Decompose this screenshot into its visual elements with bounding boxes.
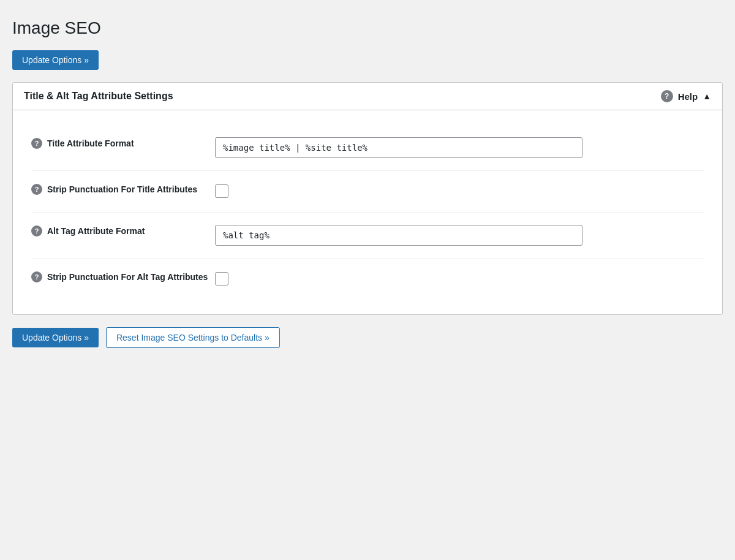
strip-punctuation-title-control xyxy=(215,183,704,200)
panel-help-label[interactable]: Help xyxy=(678,91,698,102)
update-options-bottom-button[interactable]: Update Options » xyxy=(12,328,99,347)
update-options-top-button[interactable]: Update Options » xyxy=(12,50,99,70)
alt-tag-attribute-format-help-icon[interactable]: ? xyxy=(31,225,42,236)
panel-help-icon[interactable]: ? xyxy=(661,90,673,102)
alt-tag-attribute-format-control xyxy=(215,225,704,246)
panel-body: ? Title Attribute Format ? Strip Punctua… xyxy=(13,110,722,314)
title-attribute-format-label: Title Attribute Format xyxy=(47,137,134,150)
strip-punctuation-title-row: ? Strip Punctuation For Title Attributes xyxy=(31,171,704,213)
panel-collapse-icon[interactable]: ▲ xyxy=(703,91,711,101)
strip-punctuation-title-label-area: ? Strip Punctuation For Title Attributes xyxy=(31,183,215,196)
strip-punctuation-alt-checkbox[interactable] xyxy=(215,272,228,286)
reset-defaults-button[interactable]: Reset Image SEO Settings to Defaults » xyxy=(106,327,280,348)
title-attribute-format-input[interactable] xyxy=(215,137,582,158)
strip-punctuation-alt-control xyxy=(215,271,704,287)
panel-header-right: ? Help ▲ xyxy=(661,90,711,102)
strip-punctuation-alt-label: Strip Punctuation For Alt Tag Attributes xyxy=(47,271,208,284)
title-attribute-format-row: ? Title Attribute Format xyxy=(31,125,704,171)
alt-tag-attribute-format-input[interactable] xyxy=(215,225,582,246)
strip-punctuation-alt-label-area: ? Strip Punctuation For Alt Tag Attribut… xyxy=(31,271,215,284)
strip-punctuation-alt-row: ? Strip Punctuation For Alt Tag Attribut… xyxy=(31,259,704,300)
strip-punctuation-title-help-icon[interactable]: ? xyxy=(31,184,42,195)
settings-panel: Title & Alt Tag Attribute Settings ? Hel… xyxy=(12,82,723,315)
title-attribute-format-control xyxy=(215,137,704,158)
alt-tag-attribute-format-label-area: ? Alt Tag Attribute Format xyxy=(31,225,215,238)
strip-punctuation-title-checkbox[interactable] xyxy=(215,184,228,198)
alt-tag-attribute-format-label: Alt Tag Attribute Format xyxy=(47,225,145,238)
title-attribute-format-help-icon[interactable]: ? xyxy=(31,138,42,149)
alt-tag-attribute-format-row: ? Alt Tag Attribute Format xyxy=(31,213,704,259)
panel-header-title: Title & Alt Tag Attribute Settings xyxy=(24,91,173,102)
strip-punctuation-title-label: Strip Punctuation For Title Attributes xyxy=(47,183,197,196)
panel-header: Title & Alt Tag Attribute Settings ? Hel… xyxy=(13,83,722,110)
page-title: Image SEO xyxy=(12,18,723,38)
title-attribute-format-label-area: ? Title Attribute Format xyxy=(31,137,215,150)
bottom-actions: Update Options » Reset Image SEO Setting… xyxy=(12,327,723,348)
strip-punctuation-alt-help-icon[interactable]: ? xyxy=(31,271,42,282)
